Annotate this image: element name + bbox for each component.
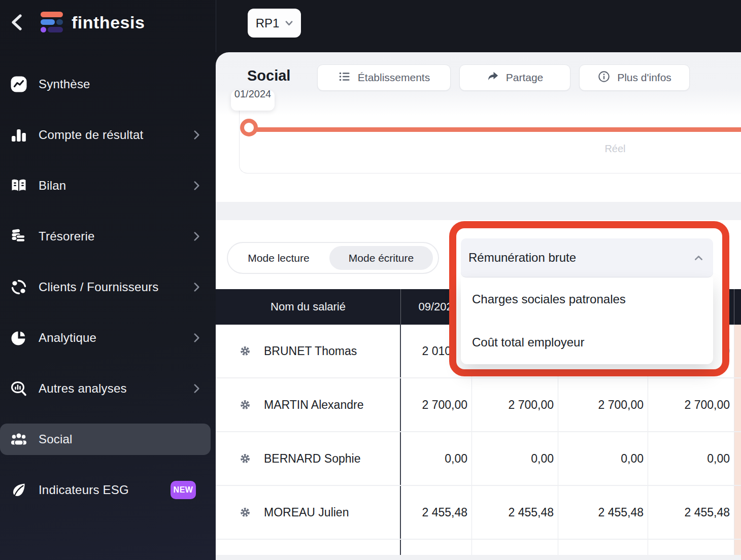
main-area: RP1 Social Établissements	[216, 0, 741, 560]
timeline-slider-track[interactable]	[249, 127, 741, 132]
partage-button[interactable]: Partage	[459, 64, 570, 91]
row-settings-gear-icon[interactable]	[240, 345, 251, 357]
search-chart-icon	[10, 380, 27, 397]
sidebar-item-bilan[interactable]: Bilan	[0, 170, 211, 201]
book-icon	[10, 177, 27, 194]
chevron-right-icon	[194, 384, 199, 393]
indicator-select[interactable]: Rémunération brute	[461, 238, 713, 277]
timeline-start-tag: 01/2024	[231, 90, 275, 111]
users-icon	[10, 431, 27, 448]
row-settings-gear-icon[interactable]	[240, 507, 251, 518]
chevron-down-icon	[285, 19, 293, 28]
salary-cell[interactable]: 2 700,00	[472, 378, 558, 431]
salary-cell[interactable]: 2 700,00	[648, 378, 734, 431]
sidebar-item-synthese[interactable]: Synthèse	[0, 68, 211, 100]
employee-name: BRUNET Thomas	[264, 344, 357, 358]
mode-ecriture-option[interactable]: Mode écriture	[329, 246, 433, 270]
mode-lecture-option[interactable]: Mode lecture	[228, 243, 329, 273]
app-name: finthesis	[72, 13, 145, 32]
sidebar: finthesis Synthèse Compte de résultat	[0, 0, 216, 560]
chevron-right-icon	[194, 333, 199, 342]
list-icon	[338, 70, 351, 86]
salary-cell[interactable]: 2 455,48	[648, 486, 734, 539]
sidebar-item-label: Analytique	[39, 331, 96, 345]
sidebar-item-label: Clients / Fournisseurs	[39, 280, 158, 294]
collapse-sidebar-button[interactable]	[11, 16, 24, 31]
horizontal-scrollbar[interactable]	[216, 555, 741, 560]
table-row: BERNARD Sophie 0,00 0,00 0,00 0,00	[216, 432, 741, 486]
button-label: Partage	[506, 72, 544, 84]
salary-cell[interactable]: 2 700,00	[401, 378, 472, 431]
coins-icon	[10, 228, 27, 245]
next-month-cell	[734, 325, 741, 377]
chevron-left-icon	[11, 14, 22, 32]
next-month-cell	[734, 432, 741, 485]
salary-cell[interactable]: 2 455,48	[472, 486, 558, 539]
chevron-right-icon	[194, 181, 199, 190]
salary-cell[interactable]: 0,00	[648, 432, 734, 485]
employee-name: BERNARD Sophie	[264, 452, 360, 466]
scenario-label: RP1	[256, 16, 280, 30]
row-settings-gear-icon[interactable]	[240, 453, 251, 464]
mode-toggle: Mode lecture Mode écriture	[227, 242, 439, 274]
sidebar-item-label: Indicateurs ESG	[39, 483, 129, 497]
salary-cell[interactable]: 0,00	[401, 432, 472, 485]
sidebar-item-analytique[interactable]: Analytique	[0, 322, 211, 354]
sidebar-item-label: Compte de résultat	[39, 128, 143, 142]
table-row: MOREAU Julien 2 455,48 2 455,48 2 455,48…	[216, 486, 741, 540]
sidebar-item-compte-de-resultat[interactable]: Compte de résultat	[0, 119, 211, 151]
indicator-dropdown-menu: Charges sociales patronales Coût total e…	[461, 277, 713, 364]
sidebar-item-label: Trésorerie	[39, 229, 94, 243]
bar-chart-icon	[10, 126, 27, 144]
app-root: finthesis Synthèse Compte de résultat	[0, 0, 741, 560]
etablissements-button[interactable]: Établissements	[317, 64, 451, 91]
section-divider	[216, 202, 741, 220]
timeline-panel	[239, 97, 741, 173]
salary-cell[interactable]: 2 700,00	[558, 378, 648, 431]
app-logo: finthesis	[41, 12, 145, 33]
sidebar-item-label: Synthèse	[39, 77, 90, 91]
page-title: Social	[247, 67, 290, 84]
next-month-cell	[734, 486, 741, 539]
chevron-right-icon	[194, 283, 199, 292]
sidebar-item-clients-fournisseurs[interactable]: Clients / Fournisseurs	[0, 271, 211, 303]
top-bar: RP1	[216, 0, 741, 52]
table-row: MARTIN Alexandre 2 700,00 2 700,00 2 700…	[216, 378, 741, 432]
employee-name: MARTIN Alexandre	[264, 398, 363, 412]
salary-cell[interactable]: 2 455,48	[401, 486, 472, 539]
next-month-cell	[734, 378, 741, 431]
button-label: Plus d'infos	[617, 72, 671, 84]
dropdown-option-cout-total[interactable]: Coût total employeur	[461, 321, 713, 365]
button-label: Établissements	[358, 72, 430, 84]
sidebar-item-indicateurs-esg[interactable]: Indicateurs ESG NEW	[0, 474, 211, 506]
sidebar-item-label: Autres analyses	[39, 381, 127, 396]
scenario-selector[interactable]: RP1	[248, 9, 301, 38]
exchange-icon	[10, 278, 27, 296]
salary-cell[interactable]: 0,00	[558, 432, 648, 485]
employee-name: MOREAU Julien	[264, 506, 349, 519]
salary-cell[interactable]: 2 455,48	[558, 486, 648, 539]
column-header-next-month	[734, 289, 741, 325]
sidebar-item-label: Social	[39, 432, 73, 446]
info-icon	[597, 70, 611, 86]
salary-cell[interactable]: 0,00	[472, 432, 558, 485]
sidebar-item-social[interactable]: Social	[0, 424, 211, 455]
chevron-right-icon	[194, 232, 199, 241]
sidebar-item-tresorerie[interactable]: Trésorerie	[0, 221, 211, 252]
leaf-icon	[10, 481, 27, 499]
timeline-slider-handle[interactable]	[240, 119, 258, 136]
selected-indicator: Rémunération brute	[468, 251, 576, 265]
trend-chart-icon	[10, 76, 27, 93]
column-header-name: Nom du salarié	[216, 289, 401, 325]
chevron-right-icon	[194, 130, 199, 139]
chevron-up-icon	[694, 255, 703, 261]
row-settings-gear-icon[interactable]	[240, 399, 251, 410]
sidebar-item-label: Bilan	[39, 179, 66, 193]
plus-dinfos-button[interactable]: Plus d'infos	[579, 64, 690, 91]
sidebar-item-autres-analyses[interactable]: Autres analyses	[0, 373, 211, 404]
share-icon	[487, 70, 499, 85]
timeline-phase-label: Réel	[595, 143, 635, 155]
dropdown-option-charges-sociales[interactable]: Charges sociales patronales	[461, 277, 713, 321]
finthesis-logo-icon	[41, 12, 64, 33]
new-badge: NEW	[171, 481, 196, 499]
